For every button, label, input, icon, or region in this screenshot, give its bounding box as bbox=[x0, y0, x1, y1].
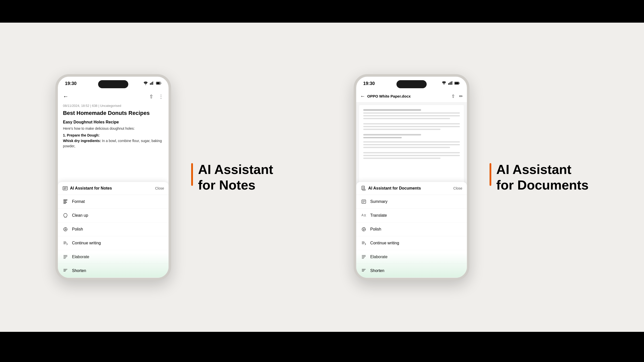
docs-label-section: AI Assistant for Documents bbox=[490, 162, 589, 193]
svg-rect-4 bbox=[153, 81, 154, 85]
svg-rect-26 bbox=[449, 82, 450, 85]
ai-menu-continue-docs[interactable]: Continue writing bbox=[356, 236, 467, 250]
doc-edit-icon[interactable]: ✏ bbox=[459, 94, 463, 99]
ai-menu-elaborate-docs[interactable]: Elaborate bbox=[356, 250, 467, 264]
note-intro: Here's how to make delicious doughnut ho… bbox=[63, 126, 164, 131]
notes-label-section: AI Assistant for Notes bbox=[191, 162, 273, 193]
doc-line bbox=[363, 134, 421, 135]
ai-menu-polish-docs[interactable]: Polish bbox=[356, 222, 467, 236]
share-icon[interactable]: ⇧ bbox=[149, 94, 153, 100]
notes-phone: 19:30 bbox=[55, 74, 171, 280]
svg-rect-3 bbox=[152, 82, 153, 85]
top-bar bbox=[0, 0, 644, 23]
continue-docs-label: Continue writing bbox=[370, 241, 399, 245]
docs-phone: 19:30 bbox=[354, 74, 469, 280]
ai-menu-shorten-docs[interactable]: Shorten bbox=[356, 264, 467, 278]
docs-phone-content: ← OPPO White Paper.docx ⇧ ✏ bbox=[356, 90, 467, 278]
notes-accent-bar bbox=[191, 163, 193, 186]
svg-rect-6 bbox=[156, 82, 160, 84]
doc-line bbox=[363, 112, 460, 114]
doc-title-row: OPPO White Paper.docx bbox=[367, 94, 451, 98]
ai-menu-format[interactable]: Format bbox=[58, 195, 169, 209]
svg-point-0 bbox=[145, 84, 146, 85]
note-header: ← ⇧ ⋮ bbox=[58, 90, 169, 103]
svg-rect-25 bbox=[448, 83, 449, 85]
svg-point-24 bbox=[444, 84, 444, 85]
wifi-icon bbox=[143, 81, 148, 86]
back-button[interactable]: ← bbox=[63, 93, 68, 100]
doc-line bbox=[363, 123, 460, 124]
status-time-notes: 19:30 bbox=[65, 81, 76, 86]
svg-rect-1 bbox=[150, 83, 151, 85]
status-icons-notes bbox=[143, 81, 162, 86]
ai-panel-title-notes: AI Assistant for Notes bbox=[70, 186, 112, 191]
content-area: 19:30 bbox=[0, 23, 644, 332]
docs-ai-panel: AI Assistant for Documents Close bbox=[356, 182, 467, 278]
ai-panel-close-docs[interactable]: Close bbox=[453, 186, 462, 190]
ai-menu-cleanup[interactable]: Clean up bbox=[58, 209, 169, 222]
doc-page bbox=[359, 105, 464, 185]
ai-panel-title-row-docs: AI Assistant for Documents bbox=[361, 186, 421, 191]
ai-menu-shorten[interactable]: Shorten bbox=[58, 264, 169, 278]
status-time-docs: 19:30 bbox=[363, 81, 375, 86]
doc-line bbox=[363, 126, 460, 127]
notes-phone-content: ← ⇧ ⋮ 08/11/2024, 18:52 | 638 | Uncatego… bbox=[58, 90, 169, 278]
translate-icon: A 文 bbox=[361, 212, 367, 218]
shorten-icon bbox=[62, 268, 68, 274]
svg-rect-12 bbox=[63, 201, 66, 202]
polish-docs-icon bbox=[361, 226, 367, 232]
more-icon[interactable]: ⋮ bbox=[158, 94, 164, 100]
doc-line bbox=[363, 109, 421, 111]
battery-icon bbox=[156, 81, 162, 86]
svg-rect-14 bbox=[63, 203, 66, 204]
continue-icon bbox=[62, 240, 68, 246]
elaborate-label: Elaborate bbox=[72, 255, 89, 259]
doc-line bbox=[363, 147, 450, 148]
ingredient-label: Whisk dry ingredients: bbox=[63, 139, 101, 143]
doc-title: OPPO White Paper.docx bbox=[367, 94, 411, 98]
svg-rect-11 bbox=[63, 200, 67, 200]
notes-phone-section: 19:30 bbox=[55, 74, 273, 280]
doc-back-button[interactable]: ← bbox=[360, 93, 365, 99]
dynamic-island bbox=[98, 80, 128, 88]
note-meta: 08/11/2024, 18:52 | 638 | Uncategorised bbox=[58, 103, 169, 110]
ai-menu-continue[interactable]: Continue writing bbox=[58, 236, 169, 250]
svg-rect-13 bbox=[63, 202, 67, 203]
signal-icon-2 bbox=[448, 81, 452, 86]
ai-menu-summary[interactable]: Summary bbox=[356, 195, 467, 209]
shorten-label: Shorten bbox=[72, 268, 86, 273]
svg-rect-2 bbox=[151, 82, 152, 85]
ai-docs-panel-icon bbox=[361, 186, 366, 191]
doc-line bbox=[363, 155, 460, 156]
shorten-docs-label: Shorten bbox=[370, 268, 384, 273]
battery-icon-2 bbox=[454, 81, 460, 86]
doc-content-area bbox=[356, 102, 467, 188]
note-title: Best Homemade Donuts Recipes bbox=[63, 110, 164, 117]
signal-icon bbox=[150, 81, 154, 86]
doc-line bbox=[363, 129, 440, 130]
note-ingredient: Whisk dry ingredients: In a bowl, combin… bbox=[63, 138, 164, 149]
svg-text:文: 文 bbox=[364, 214, 366, 217]
doc-line bbox=[363, 158, 440, 159]
ai-panel-title-row: AI Assistant for Notes bbox=[62, 186, 112, 191]
polish-docs-label: Polish bbox=[370, 227, 381, 232]
dynamic-island-2 bbox=[396, 80, 427, 88]
docs-label-text: AI Assistant for Documents bbox=[496, 162, 589, 193]
doc-line bbox=[363, 152, 460, 153]
svg-rect-28 bbox=[452, 81, 452, 85]
ai-menu-translate[interactable]: A 文 Translate bbox=[356, 209, 467, 222]
format-label: Format bbox=[72, 199, 85, 204]
note-step1: 1. Prepare the Dough: bbox=[63, 133, 164, 137]
elaborate-docs-icon bbox=[361, 254, 367, 260]
polish-icon bbox=[62, 226, 68, 232]
ai-panel-title-docs: AI Assistant for Documents bbox=[368, 186, 421, 191]
doc-line bbox=[363, 115, 460, 116]
ai-menu-elaborate[interactable]: Elaborate bbox=[58, 250, 169, 264]
svg-rect-30 bbox=[455, 82, 459, 84]
doc-header: ← OPPO White Paper.docx ⇧ ✏ bbox=[356, 90, 467, 102]
ai-panel-close-notes[interactable]: Close bbox=[155, 186, 164, 190]
ai-menu-polish[interactable]: Polish bbox=[58, 222, 169, 236]
doc-share-icon[interactable]: ⇧ bbox=[451, 94, 455, 99]
translate-label: Translate bbox=[370, 213, 387, 218]
doc-line bbox=[363, 141, 460, 143]
